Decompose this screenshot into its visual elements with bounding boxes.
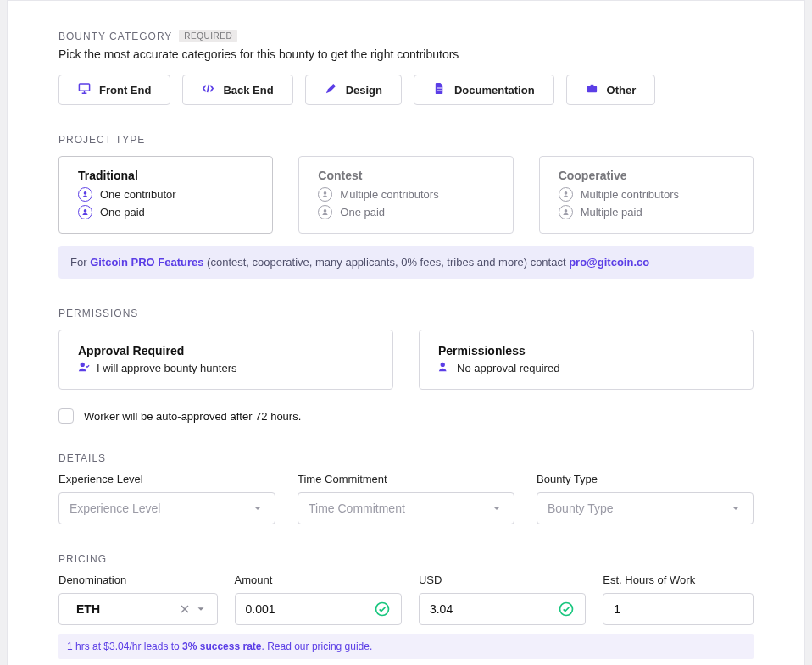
person-icon [78,205,92,219]
category-label: Other [607,84,637,97]
amount-input[interactable]: 0.001 [235,593,402,625]
bounty-category-heading-text: Bounty Category [58,30,172,42]
auto-approve-row: Worker will be auto-approved after 72 ho… [58,408,754,424]
hours-input[interactable]: 1 [603,593,754,625]
svg-point-3 [84,209,87,213]
svg-rect-0 [79,84,89,91]
card-title: Traditional [78,169,253,182]
permissions-row: Approval Required I will approve bounty … [58,330,754,390]
svg-point-6 [564,191,567,195]
project-type-contest[interactable]: Contest Multiple contributors One paid [298,156,513,234]
form-panel: Bounty Category Required Pick the most a… [7,0,805,665]
required-badge: Required [179,30,237,42]
usd-input[interactable]: 3.04 [419,593,586,625]
category-label: Front End [99,84,151,97]
pro-brand: Gitcoin PRO Features [90,256,203,269]
experience-select[interactable]: Experience Level [58,492,275,524]
denomination-label: Denomination [58,574,218,586]
time-label: Time Commitment [298,473,514,485]
card-line: No approval required [438,361,734,375]
file-icon [433,82,446,97]
usd-label: USD [419,574,586,586]
pricing-row: Denomination ETH Amount 0.001 USD 3.04 [58,574,754,625]
svg-point-9 [441,363,445,367]
pencil-ruler-icon [325,82,337,97]
hours-label: Est. Hours of Work [603,574,754,586]
card-line: Multiple contributors [318,187,493,202]
category-label: Documentation [454,84,535,97]
svg-point-10 [375,603,388,616]
project-type-heading: Project Type [58,134,754,146]
card-title: Cooperative [559,169,734,182]
auto-approve-checkbox[interactable] [58,408,74,424]
denomination-select[interactable]: ETH [58,593,218,625]
user-icon [438,361,450,375]
bounty-category-subtitle: Pick the most accurate categories for th… [58,47,754,61]
person-icon [559,187,573,202]
clear-icon[interactable] [180,604,190,614]
permission-permissionless[interactable]: Permissionless No approval required [419,330,754,390]
monitor-icon [78,82,91,97]
svg-point-2 [84,191,87,195]
amount-label: Amount [235,574,402,586]
briefcase-icon [586,82,598,97]
svg-point-11 [560,603,573,616]
category-label: Back End [223,84,273,97]
card-line: One contributor [78,187,253,202]
svg-point-8 [81,363,85,367]
card-line: One paid [78,205,253,219]
chevron-down-icon [490,502,503,515]
pro-banner: For Gitcoin PRO Features (contest, coope… [58,246,754,279]
card-title: Permissionless [438,344,734,357]
permission-approval-required[interactable]: Approval Required I will approve bounty … [58,330,393,390]
person-icon [318,187,332,202]
bounty-type-select[interactable]: Bounty Type [537,492,754,524]
project-type-traditional[interactable]: Traditional One contributor One paid [58,156,273,234]
card-line: One paid [318,205,493,219]
chevron-down-icon [251,502,264,515]
details-row: Experience Level Experience Level Time C… [58,473,754,524]
card-line: Multiple contributors [559,187,734,202]
svg-point-5 [324,209,327,213]
permissions-heading: Permissions [58,308,754,319]
project-type-heading-text: Project Type [58,134,145,146]
project-type-row: Traditional One contributor One paid Con… [58,156,754,234]
pricing-note: 1 hrs at $3.04/hr leads to 3% success ra… [58,634,754,659]
code-icon [202,82,214,97]
category-front-end[interactable]: Front End [58,75,170,105]
card-title: Contest [318,169,493,182]
chevron-down-icon [729,502,742,515]
auto-approve-label: Worker will be auto-approved after 72 ho… [84,410,301,423]
svg-rect-1 [587,86,596,93]
details-heading: Details [58,452,754,464]
chevron-down-icon [195,603,207,615]
pricing-guide-link[interactable]: pricing guide [312,640,370,652]
person-icon [318,205,332,219]
card-line: Multiple paid [559,205,734,219]
bounty-category-heading: Bounty Category Required [58,30,754,42]
validated-icon [558,601,575,618]
card-title: Approval Required [78,344,374,357]
time-select[interactable]: Time Commitment [298,492,514,524]
validated-icon [374,601,391,618]
card-line: I will approve bounty hunters [78,361,374,375]
svg-point-7 [564,209,567,213]
person-icon [559,205,573,219]
bounty-type-label: Bounty Type [537,473,754,485]
svg-point-4 [324,191,327,195]
user-check-icon [78,361,90,375]
pro-email-link[interactable]: pro@gitcoin.co [569,256,649,269]
project-type-cooperative[interactable]: Cooperative Multiple contributors Multip… [539,156,754,234]
person-icon [78,187,92,202]
category-design[interactable]: Design [305,75,402,105]
category-other[interactable]: Other [566,75,656,105]
bounty-category-row: Front End Back End Design Documentation … [58,75,754,105]
category-documentation[interactable]: Documentation [414,75,554,105]
pricing-heading: Pricing [58,553,754,565]
category-back-end[interactable]: Back End [182,75,292,105]
experience-label: Experience Level [58,473,275,485]
category-label: Design [346,84,382,97]
